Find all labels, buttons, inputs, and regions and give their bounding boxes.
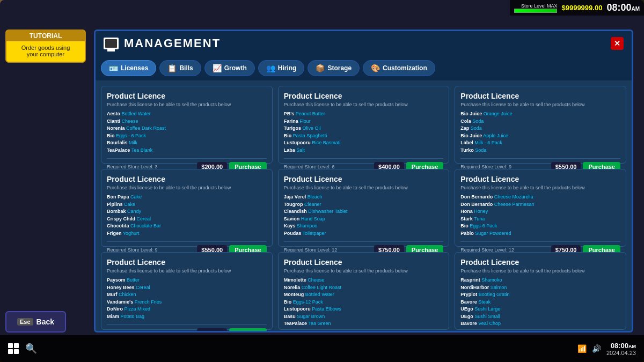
product-item: Poudas Toiletpaper <box>284 230 444 238</box>
brand-name: DoNiro <box>107 306 123 312</box>
brand-name: Don Bernardo <box>460 194 493 200</box>
monitor-icon <box>104 38 119 49</box>
product-item: Hona Honey <box>460 208 620 216</box>
product-name: Sushi Large <box>474 306 500 312</box>
brand-name: UEgo <box>460 306 473 312</box>
product-item: Lustupooru Pasta Elbows <box>284 306 444 313</box>
products-list: Jaja Verel BleachTougrop CleanerCleandis… <box>284 194 444 237</box>
win-sq3 <box>8 349 13 354</box>
product-item: Bavore Veal Chop <box>460 320 620 328</box>
brand-name: Aesto <box>107 111 120 116</box>
taskbar: 🔍 📶 🔊 08:00AM 2024.04.23 <box>0 335 644 362</box>
product-name: Potato Bag <box>121 314 145 319</box>
brand-name: Bio Juice <box>460 133 482 138</box>
brand-name: Rasprint <box>460 277 480 283</box>
win-sq2 <box>14 343 19 348</box>
product-item: Bio Pasta Spaghetti <box>284 132 444 140</box>
search-icon[interactable]: 🔍 <box>25 343 37 354</box>
licence-card-2: Product Licence Purchase this license to… <box>455 86 626 164</box>
brand-name: Farina <box>284 119 298 124</box>
bills-icon: 📋 <box>167 64 177 72</box>
product-item: Chocotita Chocolate Bar <box>107 223 267 230</box>
licence-title: Product Licence <box>284 175 444 183</box>
licence-desc: Purchase this license to be able to sell… <box>284 102 444 107</box>
product-name: Cereal <box>136 285 150 290</box>
brand-name: Cola <box>460 119 471 124</box>
windows-icon[interactable] <box>8 343 19 354</box>
product-item: Bombak Candy <box>107 208 267 216</box>
licence-desc: Purchase this license to be able to sell… <box>284 268 444 274</box>
level-bar-fill <box>515 9 557 12</box>
product-name: Soda <box>472 119 484 124</box>
brand-name: Monteug <box>284 292 304 297</box>
product-item: Lustupooru Rice Basmati <box>284 139 444 147</box>
product-item: Basu Sugar Brown <box>284 313 444 321</box>
product-item: Crispy Child Cereal <box>107 216 267 223</box>
product-name: Veal Chop <box>478 321 501 326</box>
licence-card-4: Product Licence Purchase this license to… <box>278 169 450 247</box>
product-name: Peanut Butter <box>296 111 325 116</box>
product-item: Savion Hand Soap <box>284 216 444 223</box>
licence-title: Product Licence <box>107 92 267 100</box>
tab-customization[interactable]: 🎨 Customization <box>363 60 435 76</box>
taskbar-clock: 08:00AM <box>606 342 636 350</box>
money-display: $9999999.00 <box>561 4 602 12</box>
product-item: Norenia Coffee Dark Roast <box>107 125 267 132</box>
purchase-button-6[interactable]: Purchase <box>229 328 267 331</box>
product-item: Don Bernardo Cheese Mozarella <box>460 194 620 201</box>
back-button[interactable]: Esc Back <box>5 311 66 333</box>
brand-name: Don Bernardo <box>460 202 493 207</box>
brand-name: Jaja Verel <box>284 194 306 200</box>
product-name: Eggs - 6 Pack <box>116 133 146 138</box>
product-item: Bio Juice Orange Juice <box>460 110 620 118</box>
product-name: Rice Basmati <box>312 140 340 145</box>
product-item: Cianti Cheese <box>107 118 267 125</box>
product-item: Bio Juice Apple Juice <box>460 132 620 140</box>
tab-licenses[interactable]: 🪪 Licenses <box>101 60 156 76</box>
customization-icon: 🎨 <box>371 64 380 72</box>
win-sq1 <box>8 343 13 348</box>
tutorial-box: TUTORIAL Order goods using your computer <box>5 29 86 63</box>
licence-title: Product Licence <box>284 92 444 100</box>
product-name: Cheese <box>122 119 138 124</box>
brand-name: Hona <box>460 209 473 214</box>
brand-name: Frigen <box>107 231 122 236</box>
brand-name: Bio Juice <box>460 111 482 116</box>
products-list: Bio Juice Orange JuiceCola SodaZap SodaB… <box>460 110 620 154</box>
product-name: Sugar Powdered <box>475 231 511 236</box>
brand-name: Laba <box>284 147 295 153</box>
licence-card-0: Product Licence Purchase this license to… <box>101 86 273 164</box>
product-item: Stark Tuna <box>460 216 620 223</box>
close-button[interactable]: ✕ <box>611 37 624 50</box>
licence-title: Product Licence <box>460 92 620 100</box>
title-left: MANAGEMENT <box>104 36 221 50</box>
price: $950.00 <box>197 328 227 331</box>
product-name: Chicken <box>119 292 136 297</box>
tab-hiring[interactable]: 👥 Hiring <box>258 60 305 76</box>
top-bar: Store Level MAX $9999999.00 08:00AM <box>510 0 644 16</box>
brand-name: UEgo <box>460 314 473 319</box>
esc-badge: Esc <box>17 318 33 326</box>
licence-title: Product Licence <box>460 258 620 267</box>
tab-bills[interactable]: 📋 Bills <box>159 60 201 76</box>
brand-name: Bio <box>107 133 115 138</box>
tab-storage[interactable]: 📦 Storage <box>308 60 360 76</box>
products-list: Aesto Bottled WaterCianti CheeseNorenia … <box>107 110 267 154</box>
product-name: Cheese <box>308 277 324 283</box>
tab-growth[interactable]: 📈 Growth <box>204 60 255 76</box>
brand-name: Bombak <box>107 209 126 214</box>
product-name: Eggs-12 Pack <box>293 299 323 305</box>
product-name: French Fries <box>135 299 162 305</box>
win-sq4 <box>14 349 19 354</box>
product-name: Cereal <box>137 216 151 221</box>
growth-icon: 📈 <box>213 64 222 72</box>
licence-card-5: Product Licence Purchase this license to… <box>455 169 626 247</box>
brand-name: Lustupooru <box>284 306 311 312</box>
brand-name: Norenia <box>107 125 125 131</box>
product-item: Frigen Yoghurt <box>107 230 267 238</box>
product-item: Aesto Bottled Water <box>107 110 267 118</box>
product-name: Salt <box>296 147 305 153</box>
volume-icon: 🔊 <box>592 344 601 353</box>
store-level-label: Store Level MAX <box>521 3 558 9</box>
back-label: Back <box>36 317 54 326</box>
